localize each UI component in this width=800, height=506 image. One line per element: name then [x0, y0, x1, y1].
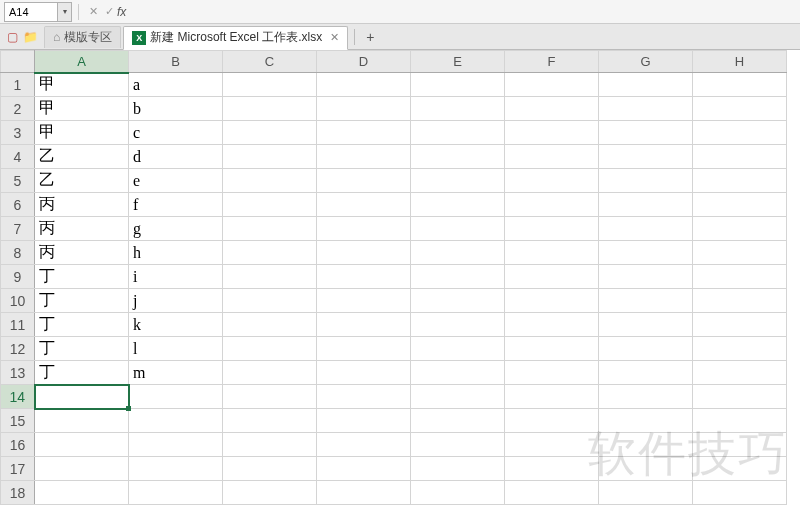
cell-A8[interactable]: 丙 [35, 241, 129, 265]
cell-B18[interactable] [129, 481, 223, 505]
cell-A15[interactable] [35, 409, 129, 433]
cell-E1[interactable] [411, 73, 505, 97]
cell-G18[interactable] [599, 481, 693, 505]
cell-B9[interactable]: i [129, 265, 223, 289]
cell-C16[interactable] [223, 433, 317, 457]
row-header-4[interactable]: 4 [1, 145, 35, 169]
cell-H13[interactable] [693, 361, 787, 385]
row-header-16[interactable]: 16 [1, 433, 35, 457]
cell-H16[interactable] [693, 433, 787, 457]
cell-A2[interactable]: 甲 [35, 97, 129, 121]
cell-D1[interactable] [317, 73, 411, 97]
cell-F9[interactable] [505, 265, 599, 289]
cell-D13[interactable] [317, 361, 411, 385]
row-header-6[interactable]: 6 [1, 193, 35, 217]
cell-A6[interactable]: 丙 [35, 193, 129, 217]
row-header-17[interactable]: 17 [1, 457, 35, 481]
cell-B6[interactable]: f [129, 193, 223, 217]
cell-C10[interactable] [223, 289, 317, 313]
formula-input[interactable] [130, 2, 800, 22]
column-header-F[interactable]: F [505, 51, 599, 73]
cell-G17[interactable] [599, 457, 693, 481]
new-file-icon[interactable]: ▢ [4, 29, 20, 45]
cell-A1[interactable]: 甲 [35, 73, 129, 97]
cell-E15[interactable] [411, 409, 505, 433]
cell-F6[interactable] [505, 193, 599, 217]
row-header-11[interactable]: 11 [1, 313, 35, 337]
cell-C9[interactable] [223, 265, 317, 289]
cancel-formula-icon[interactable]: ✕ [85, 3, 101, 21]
cell-D10[interactable] [317, 289, 411, 313]
cell-D11[interactable] [317, 313, 411, 337]
cell-D18[interactable] [317, 481, 411, 505]
cell-B11[interactable]: k [129, 313, 223, 337]
cell-H4[interactable] [693, 145, 787, 169]
cell-G7[interactable] [599, 217, 693, 241]
column-header-C[interactable]: C [223, 51, 317, 73]
cell-B1[interactable]: a [129, 73, 223, 97]
cell-C8[interactable] [223, 241, 317, 265]
cell-G2[interactable] [599, 97, 693, 121]
row-header-9[interactable]: 9 [1, 265, 35, 289]
cell-H9[interactable] [693, 265, 787, 289]
cell-C4[interactable] [223, 145, 317, 169]
cell-D16[interactable] [317, 433, 411, 457]
cell-H10[interactable] [693, 289, 787, 313]
cell-H14[interactable] [693, 385, 787, 409]
cell-E11[interactable] [411, 313, 505, 337]
cell-A11[interactable]: 丁 [35, 313, 129, 337]
row-header-18[interactable]: 18 [1, 481, 35, 505]
cell-C14[interactable] [223, 385, 317, 409]
cell-H1[interactable] [693, 73, 787, 97]
column-header-D[interactable]: D [317, 51, 411, 73]
cell-B13[interactable]: m [129, 361, 223, 385]
column-header-B[interactable]: B [129, 51, 223, 73]
cell-E7[interactable] [411, 217, 505, 241]
cell-F15[interactable] [505, 409, 599, 433]
cell-F18[interactable] [505, 481, 599, 505]
row-header-7[interactable]: 7 [1, 217, 35, 241]
cell-B5[interactable]: e [129, 169, 223, 193]
cell-E3[interactable] [411, 121, 505, 145]
row-header-13[interactable]: 13 [1, 361, 35, 385]
cell-H15[interactable] [693, 409, 787, 433]
cell-A13[interactable]: 丁 [35, 361, 129, 385]
cell-A4[interactable]: 乙 [35, 145, 129, 169]
cell-B14[interactable] [129, 385, 223, 409]
cell-C17[interactable] [223, 457, 317, 481]
cell-E12[interactable] [411, 337, 505, 361]
cell-E4[interactable] [411, 145, 505, 169]
cell-G10[interactable] [599, 289, 693, 313]
cell-C15[interactable] [223, 409, 317, 433]
cell-H6[interactable] [693, 193, 787, 217]
tab-template-zone[interactable]: ⌂ 模版专区 [44, 26, 121, 48]
cell-E13[interactable] [411, 361, 505, 385]
cell-B12[interactable]: l [129, 337, 223, 361]
cell-C1[interactable] [223, 73, 317, 97]
cell-B3[interactable]: c [129, 121, 223, 145]
cell-D2[interactable] [317, 97, 411, 121]
cell-G14[interactable] [599, 385, 693, 409]
cell-D6[interactable] [317, 193, 411, 217]
cell-A17[interactable] [35, 457, 129, 481]
cell-G9[interactable] [599, 265, 693, 289]
cell-F10[interactable] [505, 289, 599, 313]
cell-C7[interactable] [223, 217, 317, 241]
row-header-2[interactable]: 2 [1, 97, 35, 121]
row-header-1[interactable]: 1 [1, 73, 35, 97]
cell-H11[interactable] [693, 313, 787, 337]
cell-B4[interactable]: d [129, 145, 223, 169]
cell-D8[interactable] [317, 241, 411, 265]
row-header-15[interactable]: 15 [1, 409, 35, 433]
row-header-12[interactable]: 12 [1, 337, 35, 361]
cell-B8[interactable]: h [129, 241, 223, 265]
cell-C12[interactable] [223, 337, 317, 361]
cell-C11[interactable] [223, 313, 317, 337]
close-icon[interactable]: ✕ [330, 31, 339, 44]
cell-E9[interactable] [411, 265, 505, 289]
cell-F13[interactable] [505, 361, 599, 385]
row-header-10[interactable]: 10 [1, 289, 35, 313]
cell-A7[interactable]: 丙 [35, 217, 129, 241]
column-header-G[interactable]: G [599, 51, 693, 73]
column-header-H[interactable]: H [693, 51, 787, 73]
